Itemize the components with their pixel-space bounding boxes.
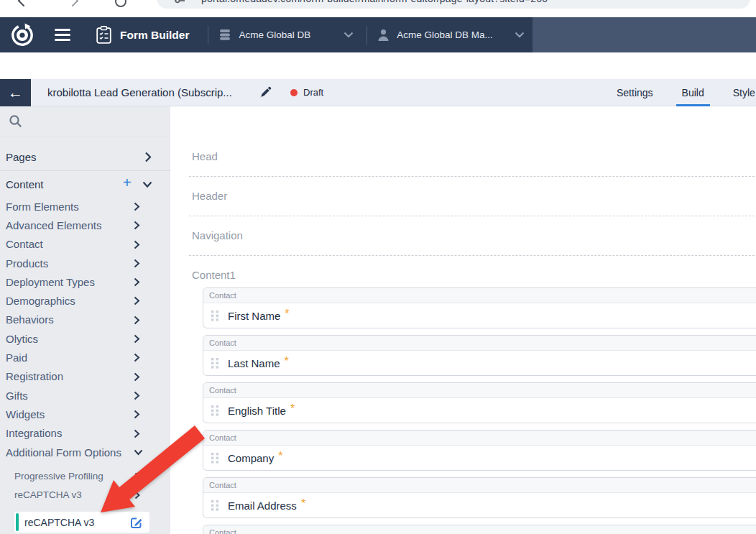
sidebar-item-pages[interactable]: Pages	[0, 147, 170, 167]
database-selector-label[interactable]: Acme Global DB	[239, 29, 310, 40]
drag-handle-icon[interactable]	[211, 500, 219, 511]
browser-back-icon[interactable]	[16, 0, 29, 6]
field-card[interactable]: Contact Email Address *	[203, 477, 756, 518]
field-card-body: Last Name *	[203, 351, 756, 376]
editor-tab[interactable]: Style	[719, 79, 756, 106]
field-group-header: Contact	[203, 288, 756, 303]
product-name: Form Builder	[120, 29, 189, 42]
field-group-header: Contact	[203, 431, 756, 446]
drag-handle-icon[interactable]	[211, 405, 219, 416]
search-icon[interactable]	[9, 114, 22, 128]
chevron-right-icon	[134, 353, 140, 362]
add-content-icon[interactable]: +	[123, 175, 132, 191]
chevron-right-icon	[134, 259, 140, 268]
account-selector-label[interactable]: Acme Global DB Ma...	[397, 29, 493, 40]
field-card[interactable]: Contact English Title *	[203, 382, 756, 423]
chevron-right-icon	[134, 372, 140, 382]
sidebar-category-item[interactable]: Registration	[0, 367, 170, 386]
sidebar-item-content[interactable]: Content +	[0, 174, 170, 194]
category-label: Paid	[6, 351, 27, 364]
required-asterisk: *	[278, 450, 282, 463]
category-label: Form Elements	[6, 201, 79, 213]
back-button[interactable]: ←	[0, 79, 31, 106]
category-label: Advanced Elements	[6, 219, 101, 231]
database-icon	[218, 29, 231, 41]
chevron-right-icon	[134, 221, 140, 230]
editor-tab[interactable]: Build	[668, 79, 719, 106]
status-label: Draft	[303, 79, 323, 106]
chevron-down-icon[interactable]	[344, 32, 354, 38]
header-divider	[208, 26, 208, 45]
category-label: Behaviors	[6, 313, 54, 326]
field-group-label: Contact	[209, 339, 236, 347]
form-title: krobilotta Lead Generation (Subscrip...	[47, 79, 232, 106]
sidebar-category-item[interactable]: Widgets	[0, 405, 170, 423]
field-card[interactable]: Contact *	[203, 525, 756, 534]
url-text[interactable]: portal.omedadev.com/form-builder/main/fo…	[201, 0, 548, 4]
app-header-main: Form Builder Acme Global DB Acme Global …	[0, 17, 533, 52]
selected-recaptcha-item[interactable]: reCAPTCHA v3	[14, 512, 149, 533]
address-bar[interactable]: portal.omedadev.com/form-builder/main/fo…	[157, 0, 750, 9]
field-card[interactable]: Contact Company *	[203, 430, 756, 471]
field-group-header: Contact	[203, 478, 756, 493]
drag-handle-icon[interactable]	[211, 453, 219, 464]
sidebar-category-item[interactable]: Form Elements	[0, 197, 170, 216]
layout-section: Head	[170, 150, 756, 177]
sidebar-category-item[interactable]: Demographics	[0, 291, 170, 310]
editor-tab[interactable]: Settings	[602, 79, 668, 106]
arrow-left-icon: ←	[8, 84, 23, 101]
section-label[interactable]: Head	[192, 150, 756, 162]
pages-label: Pages	[6, 151, 37, 163]
drag-handle-icon[interactable]	[211, 310, 219, 321]
section-divider	[189, 176, 756, 177]
field-card-body: English Title *	[203, 398, 756, 423]
chevron-right-icon	[134, 391, 140, 400]
chevron-right-icon	[134, 202, 140, 211]
chevron-down-icon[interactable]	[515, 32, 525, 38]
sidebar-category-item[interactable]: Olytics	[0, 329, 170, 348]
sidebar-category-item[interactable]: Gifts	[0, 386, 170, 405]
sidebar-item-additional-form-options[interactable]: Additional Form Options	[0, 443, 170, 461]
field-label: Company	[228, 452, 274, 464]
section-label[interactable]: Navigation	[192, 229, 756, 241]
field-label: First Name	[228, 310, 280, 322]
category-label: Deployment Types	[6, 276, 95, 288]
omeda-logo[interactable]	[10, 23, 34, 47]
chevron-right-icon	[134, 429, 140, 438]
sidebar-category-item[interactable]: Deployment Types	[0, 272, 170, 291]
edit-square-icon[interactable]	[130, 516, 143, 529]
header-divider	[367, 26, 367, 45]
drag-handle-icon[interactable]	[211, 358, 219, 369]
category-label: Demographics	[6, 295, 75, 307]
sidebar-subitem[interactable]: Progressive Profiling	[0, 466, 170, 485]
field-card-body: Email Address *	[203, 493, 756, 518]
chevron-right-icon	[134, 491, 140, 500]
browser-reload-icon[interactable]	[114, 0, 128, 8]
site-settings-icon[interactable]	[174, 0, 185, 4]
sidebar-category-item[interactable]: Contact	[0, 235, 170, 254]
sidebar-category-item[interactable]: Paid	[0, 348, 170, 367]
hamburger-menu-icon[interactable]	[55, 29, 70, 41]
field-card[interactable]: Contact Last Name *	[203, 335, 756, 376]
sidebar-category-item[interactable]: Advanced Elements	[0, 216, 170, 234]
browser-chrome: portal.omedadev.com/form-builder/main/fo…	[0, 0, 756, 17]
sidebar-category-item[interactable]: Behaviors	[0, 310, 170, 329]
field-label: English Title	[228, 405, 286, 417]
sidebar-subitem[interactable]: reCAPTCHA v3	[0, 485, 170, 504]
chevron-right-icon	[144, 152, 152, 162]
field-card[interactable]: Contact First Name *	[203, 287, 756, 328]
pencil-icon[interactable]	[259, 86, 272, 99]
browser-forward-icon[interactable]	[68, 0, 80, 6]
category-list: Form Elements Advanced Elements Contact …	[0, 197, 170, 461]
chevron-right-icon	[134, 472, 140, 481]
chevron-right-icon	[134, 410, 140, 419]
field-group-header: Contact	[203, 336, 756, 351]
tab-label: Style	[733, 87, 755, 98]
chevron-down-icon[interactable]	[142, 181, 152, 188]
sidebar-category-item[interactable]: Integrations	[0, 424, 170, 443]
content-section-label[interactable]: Content1	[192, 269, 756, 281]
field-group-label: Contact	[209, 291, 236, 300]
sidebar-category-item[interactable]: Products	[0, 254, 170, 272]
section-label[interactable]: Header	[192, 190, 756, 202]
field-group-label: Contact	[209, 481, 236, 489]
